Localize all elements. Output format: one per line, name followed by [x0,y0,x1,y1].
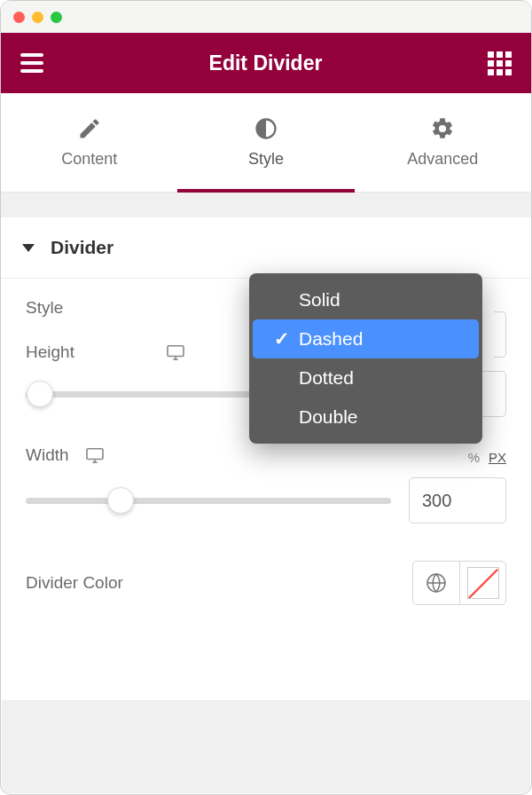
contrast-icon [254,116,278,141]
menu-button[interactable] [20,53,43,73]
tab-advanced[interactable]: Advanced [355,93,531,192]
style-option-solid[interactable]: Solid [253,280,479,319]
check-icon: ✓ [272,328,292,350]
desktop-icon[interactable] [166,344,185,360]
color-swatch-button[interactable] [459,562,505,604]
window-titlebar [1,1,531,33]
style-option-dotted[interactable]: Dotted [253,358,479,398]
color-swatch-none [467,567,499,599]
tab-style-label: Style [248,150,284,169]
tab-advanced-label: Advanced [407,150,478,169]
style-select-edge[interactable] [494,311,506,358]
editor-tabs: Content Style Advanced [1,93,531,193]
unit-percent[interactable]: % [468,450,480,465]
section-gap [1,193,531,217]
style-option-label: Double [299,406,358,428]
style-option-label: Dashed [299,328,363,350]
style-option-label: Solid [299,289,340,311]
width-row: Width % PX [26,445,506,465]
pencil-icon [77,116,102,141]
unit-px[interactable]: PX [489,450,506,465]
svg-rect-0 [168,346,184,357]
width-units: % PX [468,450,506,465]
maximize-window-button[interactable] [51,12,62,23]
editor-window: Edit Divider Content Style Advanced Div [0,0,532,795]
style-label: Style [26,298,159,318]
width-slider-row [26,477,506,523]
style-option-label: Dotted [299,367,354,389]
global-color-button[interactable] [413,562,459,604]
editor-header: Edit Divider [1,33,531,93]
caret-down-icon [22,244,35,252]
divider-color-label: Divider Color [26,573,123,593]
divider-color-row: Divider Color [26,561,506,605]
tab-content-label: Content [61,150,117,169]
style-option-dashed[interactable]: ✓ Dashed [253,319,479,358]
divider-color-controls [412,561,506,605]
width-input[interactable] [409,477,506,523]
width-slider[interactable] [26,486,391,515]
width-label: Width [26,445,69,465]
style-option-double[interactable]: Double [253,398,479,437]
bottom-spacer [2,700,530,793]
widgets-grid-button[interactable] [488,51,512,75]
svg-rect-3 [87,449,103,460]
tab-content[interactable]: Content [1,93,177,192]
style-dropdown: Solid ✓ Dashed Dotted Double [249,273,482,444]
desktop-icon[interactable] [85,447,105,463]
section-title: Divider [51,237,113,258]
gear-icon [430,116,455,141]
page-title: Edit Divider [209,51,323,75]
minimize-window-button[interactable] [32,12,43,23]
height-label: Height [26,342,159,362]
close-window-button[interactable] [13,12,25,23]
section-divider-header[interactable]: Divider [1,217,531,279]
tab-style[interactable]: Style [177,93,354,192]
